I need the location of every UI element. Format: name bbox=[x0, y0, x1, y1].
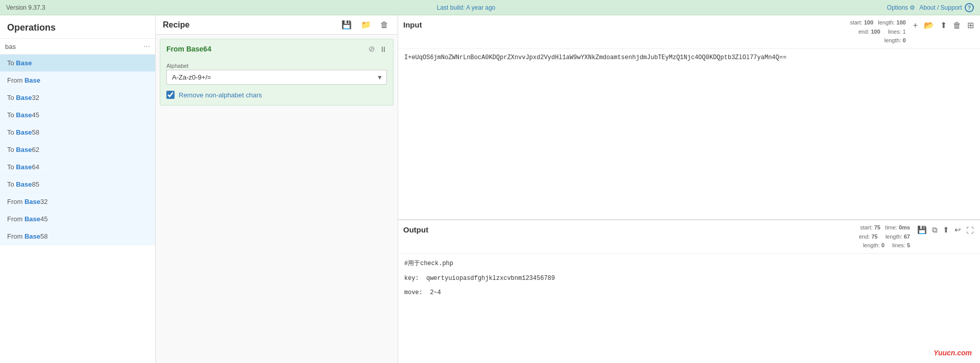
sidebar-item-to-base64[interactable]: To Base64 bbox=[0, 159, 155, 176]
top-bar-right: Options ⚙ About / Support ? bbox=[887, 3, 974, 12]
help-icon: ? bbox=[965, 3, 974, 12]
version-label: Version 9.37.3 bbox=[6, 4, 45, 11]
sidebar-item-to-base85[interactable]: To Base85 bbox=[0, 176, 155, 193]
sidebar-item-from-base58[interactable]: From Base58 bbox=[0, 228, 155, 245]
sidebar-item-to-base32[interactable]: To Base32 bbox=[0, 89, 155, 107]
alphabet-label: Alphabet bbox=[166, 63, 387, 69]
top-bar: Version 9.37.3 Last build: A year ago Op… bbox=[0, 0, 980, 15]
recipe-card-disable-button[interactable]: ⊘ bbox=[369, 44, 375, 54]
input-new-button[interactable]: + bbox=[912, 20, 919, 31]
support-link[interactable]: About / Support ? bbox=[919, 3, 974, 12]
recipe-card-actions: ⊘ ⏸ bbox=[369, 44, 387, 54]
input-paste-button[interactable]: ⬆ bbox=[939, 19, 948, 31]
last-build-label: Last build: A year ago bbox=[437, 4, 496, 11]
recipe-clear-button[interactable]: 🗑 bbox=[378, 19, 390, 31]
remove-nonalpha-row: Remove non-alphabet chars bbox=[166, 91, 387, 99]
main-layout: Operations ··· To Base From Base To Base… bbox=[0, 15, 980, 363]
sidebar-title: Operations bbox=[0, 15, 155, 39]
input-header: Input start: 100 length: 100 end: 100 li… bbox=[398, 15, 980, 49]
sidebar-search-row: ··· bbox=[0, 39, 155, 55]
remove-nonalpha-label[interactable]: Remove non-alphabet chars bbox=[179, 91, 262, 99]
output-header: Output start: 75 time: 0ms end: 75 lengt… bbox=[398, 220, 980, 254]
input-meta: start: 100 length: 100 end: 100 lines: 1… bbox=[850, 18, 906, 45]
search-input[interactable] bbox=[5, 43, 143, 50]
recipe-card-pause-button[interactable]: ⏸ bbox=[379, 44, 387, 54]
output-content: #用于check.php key: qwertyuiopasdfghjklzxc… bbox=[398, 254, 980, 363]
remove-nonalpha-checkbox[interactable] bbox=[166, 91, 175, 99]
input-actions: + 📂 ⬆ 🗑 ⊞ bbox=[912, 18, 975, 31]
recipe-title: Recipe bbox=[163, 20, 189, 30]
recipe-card-title: From Base64 bbox=[166, 45, 211, 53]
recipe-panel: Recipe 💾 📁 🗑 From Base64 ⊘ ⏸ Alphabet bbox=[156, 15, 398, 363]
recipe-open-button[interactable]: 📁 bbox=[359, 19, 373, 31]
sidebar-item-from-base[interactable]: From Base bbox=[0, 72, 155, 89]
input-layout-button[interactable]: ⊞ bbox=[966, 19, 975, 31]
output-title: Output bbox=[403, 223, 428, 234]
output-actions: 💾 ⧉ ⬆ ↩ ⛶ bbox=[916, 223, 975, 236]
recipe-header: Recipe 💾 📁 🗑 bbox=[156, 15, 398, 35]
sidebar-item-from-base45[interactable]: From Base45 bbox=[0, 211, 155, 228]
sidebar-list: To Base From Base To Base32 To Base45 To… bbox=[0, 55, 155, 363]
output-section: Output start: 75 time: 0ms end: 75 lengt… bbox=[398, 220, 980, 363]
recipe-toolbar: 💾 📁 🗑 bbox=[339, 19, 390, 31]
sidebar-item-to-base[interactable]: To Base bbox=[0, 55, 155, 72]
output-send-button[interactable]: ⬆ bbox=[942, 224, 950, 236]
output-copy-button[interactable]: ⧉ bbox=[931, 224, 939, 236]
input-clear-button[interactable]: 🗑 bbox=[952, 20, 962, 31]
alphabet-select[interactable]: A-Za-z0-9+/= A-Za-z0-9-_= A-Za-z0-9+/ bbox=[166, 70, 387, 85]
input-open-button[interactable]: 📂 bbox=[923, 19, 935, 31]
gear-icon: ⚙ bbox=[910, 4, 915, 11]
input-header-right: start: 100 length: 100 end: 100 lines: 1… bbox=[850, 18, 975, 45]
recipe-content: From Base64 ⊘ ⏸ Alphabet A-Za-z0-9+/= A-… bbox=[156, 35, 398, 363]
recipe-card-body: Alphabet A-Za-z0-9+/= A-Za-z0-9-_= A-Za-… bbox=[160, 59, 393, 105]
recipe-card-header: From Base64 ⊘ ⏸ bbox=[160, 39, 393, 59]
sidebar-item-to-base45[interactable]: To Base45 bbox=[0, 107, 155, 124]
output-expand-button[interactable]: ⛶ bbox=[965, 225, 975, 236]
sidebar-item-to-base58[interactable]: To Base58 bbox=[0, 124, 155, 141]
search-options-icon[interactable]: ··· bbox=[143, 42, 150, 51]
output-save-button[interactable]: 💾 bbox=[916, 224, 928, 236]
sidebar: Operations ··· To Base From Base To Base… bbox=[0, 15, 156, 363]
recipe-save-button[interactable]: 💾 bbox=[339, 19, 354, 31]
io-panel: Input start: 100 length: 100 end: 100 li… bbox=[398, 15, 980, 363]
output-header-right: start: 75 time: 0ms end: 75 length: 67 l… bbox=[859, 223, 975, 250]
output-meta: start: 75 time: 0ms end: 75 length: 67 l… bbox=[859, 223, 910, 250]
sidebar-item-from-base32[interactable]: From Base32 bbox=[0, 193, 155, 211]
input-textarea[interactable]: I+eUqOS6jmNoZWNrLnBocA0KDQprZXnvvJpxd2Vy… bbox=[398, 49, 980, 219]
recipe-card-from-base64: From Base64 ⊘ ⏸ Alphabet A-Za-z0-9+/= A-… bbox=[160, 39, 394, 106]
alphabet-select-wrapper: A-Za-z0-9+/= A-Za-z0-9-_= A-Za-z0-9+/ ▼ bbox=[166, 70, 387, 85]
output-undo-button[interactable]: ↩ bbox=[953, 224, 962, 236]
options-link[interactable]: Options ⚙ bbox=[887, 4, 916, 11]
input-section: Input start: 100 length: 100 end: 100 li… bbox=[398, 15, 980, 220]
sidebar-item-to-base62[interactable]: To Base62 bbox=[0, 141, 155, 159]
input-title: Input bbox=[403, 18, 422, 29]
